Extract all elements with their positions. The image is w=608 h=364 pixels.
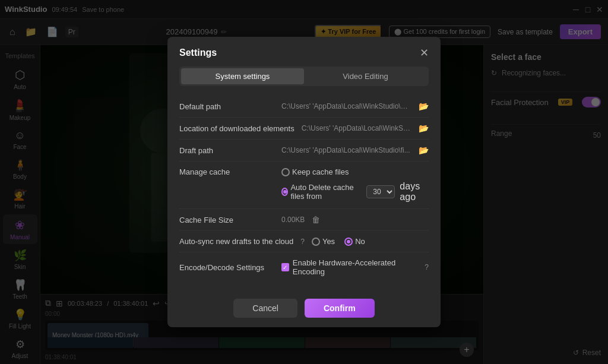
settings-modal: Settings ✕ System settings Video Editing… <box>167 37 441 327</box>
radio-inner <box>283 190 287 194</box>
modal-body: Default path C:\Users' 'AppData\Local\Wi… <box>167 96 441 292</box>
no-label: No <box>355 237 365 246</box>
modal-header: Settings ✕ <box>167 37 441 67</box>
keep-cache-radio[interactable] <box>281 168 290 176</box>
encode-decode-row: Encode/Decode Settings ✓ Enable Hardware… <box>179 252 429 282</box>
default-path-row: Default path C:\Users' 'AppData\Local\Wi… <box>179 96 429 118</box>
days-ago-label: days ago <box>400 181 429 202</box>
default-path-label: Default path <box>179 102 274 111</box>
hardware-accel-option[interactable]: ✓ Enable Hardware-Accelerated Encoding <box>281 258 417 276</box>
auto-delete-label: Auto Delete cache files from <box>290 183 362 201</box>
downloaded-elements-label: Location of downloaded elements <box>179 124 294 133</box>
downloaded-elements-value: C:\Users' 'AppData\Local\WinkStudio\wi..… <box>302 124 411 132</box>
auto-sync-no[interactable]: No <box>344 237 365 246</box>
encode-help-icon[interactable]: ? <box>425 263 429 271</box>
manage-cache-options: Keep cache files Auto Delete cache files… <box>281 167 429 202</box>
downloaded-folder-icon[interactable]: 📂 <box>419 124 429 133</box>
cache-file-size-value: 0.00KB <box>281 216 305 224</box>
auto-delete-option[interactable]: Auto Delete cache files from <box>281 183 362 201</box>
encode-decode-label: Encode/Decode Settings <box>179 263 274 272</box>
cache-file-size-row: Cache File Size 0.00KB 🗑 <box>179 209 429 231</box>
cancel-button[interactable]: Cancel <box>233 299 297 318</box>
modal-close-button[interactable]: ✕ <box>420 46 429 59</box>
manage-cache-row: Manage cache Keep cache files Auto Delet… <box>179 162 429 209</box>
downloaded-elements-row: Location of downloaded elements C:\Users… <box>179 118 429 140</box>
cache-file-size-label: Cache File Size <box>179 216 274 224</box>
hardware-accel-checkbox[interactable]: ✓ <box>281 263 289 271</box>
hardware-accel-label: Enable Hardware-Accelerated Encoding <box>293 258 418 276</box>
manage-cache-label: Manage cache <box>179 167 274 176</box>
yes-label: Yes <box>322 237 335 246</box>
no-radio-inner <box>347 240 350 243</box>
modal-footer: Cancel Confirm <box>167 292 441 327</box>
draft-folder-icon[interactable]: 📂 <box>419 145 429 155</box>
keep-cache-option[interactable]: Keep cache files <box>281 167 429 176</box>
confirm-button[interactable]: Confirm <box>305 299 375 318</box>
clear-cache-icon[interactable]: 🗑 <box>312 215 320 224</box>
days-select[interactable]: 30 <box>366 185 395 198</box>
auto-sync-yes[interactable]: Yes <box>312 237 335 246</box>
auto-sync-row: Auto-sync new drafts to the cloud ? Yes … <box>179 231 429 252</box>
draft-path-label: Draft path <box>179 146 274 155</box>
tab-system-settings[interactable]: System settings <box>181 68 304 84</box>
default-path-value: C:\Users' 'AppData\Local\WinkStudio\wi..… <box>281 102 411 110</box>
auto-delete-radio[interactable] <box>281 188 288 196</box>
no-radio[interactable] <box>344 238 353 246</box>
default-path-folder-icon[interactable]: 📂 <box>419 102 429 111</box>
yes-radio[interactable] <box>312 238 320 246</box>
auto-sync-help-icon[interactable]: ? <box>300 238 305 246</box>
modal-overlay[interactable]: Settings ✕ System settings Video Editing… <box>0 0 608 364</box>
modal-title: Settings <box>179 48 217 58</box>
auto-delete-row: Auto Delete cache files from 30 days ago <box>281 181 429 202</box>
keep-cache-label: Keep cache files <box>292 167 349 176</box>
tab-video-editing[interactable]: Video Editing <box>304 68 427 84</box>
draft-path-row: Draft path C:\Users' 'AppData\Local\Wink… <box>179 140 429 162</box>
auto-sync-options: Yes No <box>312 237 365 246</box>
auto-sync-label: Auto-sync new drafts to the cloud <box>179 237 293 246</box>
draft-path-value: C:\Users' 'AppData\Local\WinkStudio\fi..… <box>281 146 411 154</box>
modal-tabs: System settings Video Editing <box>179 67 429 86</box>
